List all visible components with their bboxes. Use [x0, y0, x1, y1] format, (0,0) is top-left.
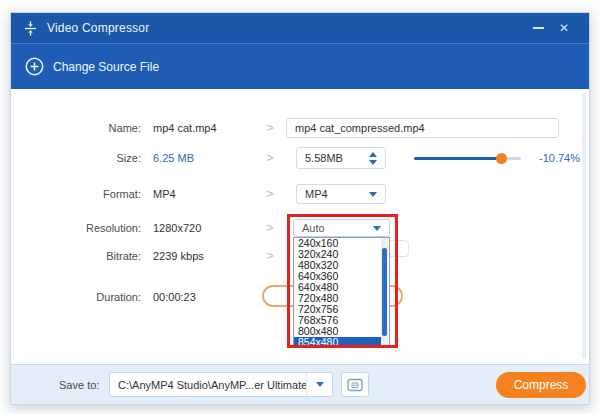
- minimize-button[interactable]: [525, 17, 551, 39]
- size-label: Size:: [11, 148, 141, 168]
- size-row: Size: 6.25 MB > 5.58MB -10.74%: [11, 148, 589, 168]
- duration-label: Duration:: [11, 287, 141, 307]
- chevron-right-icon: >: [266, 184, 274, 203]
- stepper-down-icon[interactable]: [369, 160, 377, 165]
- screenshot-stage: Video Compressor ✕ Change Source File: [0, 0, 600, 414]
- size-target-field[interactable]: 5.58MB: [296, 147, 386, 169]
- chevron-right-icon: >: [266, 246, 274, 265]
- minimize-icon: [533, 27, 544, 29]
- save-path-dropdown-button[interactable]: [306, 373, 332, 396]
- save-path-combo[interactable]: C:\AnyMP4 Studio\AnyMP...er Ultimate\Com…: [109, 372, 333, 397]
- name-row: Name: mp4 cat.mp4 >: [11, 118, 589, 138]
- size-source-value: 6.25 MB: [153, 148, 194, 168]
- save-path-value: C:\AnyMP4 Studio\AnyMP...er Ultimate\Com…: [110, 379, 306, 391]
- close-button[interactable]: ✕: [551, 17, 577, 39]
- size-slider-thumb[interactable]: [496, 153, 507, 164]
- resolution-source-value: 1280x720: [153, 218, 201, 238]
- save-to-label: Save to:: [59, 365, 99, 405]
- chevron-right-icon: >: [266, 118, 274, 137]
- annotation-highlight-box-red: [287, 214, 398, 348]
- name-label: Name:: [11, 118, 141, 138]
- format-select[interactable]: MP4: [296, 184, 386, 204]
- format-label: Format:: [11, 184, 141, 204]
- compress-icon: [23, 21, 38, 36]
- browse-folder-button[interactable]: [341, 372, 369, 397]
- change-source-file-button[interactable]: Change Source File: [25, 57, 159, 76]
- compress-button[interactable]: Compress: [496, 372, 586, 398]
- chevron-right-icon: >: [266, 148, 274, 167]
- size-slider[interactable]: [414, 157, 521, 160]
- format-row: Format: MP4 > MP4: [11, 184, 589, 204]
- titlebar[interactable]: Video Compressor ✕: [11, 13, 589, 43]
- size-stepper[interactable]: [369, 152, 377, 165]
- header-bar: Change Source File: [11, 43, 589, 89]
- stepper-up-icon[interactable]: [369, 152, 377, 157]
- size-target-value: 5.58MB: [305, 152, 369, 164]
- name-input[interactable]: [286, 118, 559, 138]
- resolution-label: Resolution:: [11, 218, 141, 238]
- close-icon: ✕: [559, 21, 569, 35]
- duration-source-value: 00:00:23: [153, 287, 196, 307]
- bitrate-source-value: 2239 kbps: [153, 246, 204, 266]
- format-target-value: MP4: [305, 188, 369, 200]
- video-compressor-window: Video Compressor ✕ Change Source File: [10, 12, 590, 405]
- file-icon: [347, 378, 363, 392]
- change-source-label: Change Source File: [53, 60, 159, 74]
- size-reduction-percent: -10.74%: [539, 148, 580, 168]
- caret-down-icon: [369, 192, 377, 197]
- size-slider-fill: [414, 157, 501, 160]
- plus-circle-icon: [25, 57, 44, 76]
- content-area: Name: mp4 cat.mp4 > Size: 6.25 MB > 5.58…: [11, 89, 589, 366]
- window-title: Video Compressor: [47, 21, 149, 35]
- footer-bar: Save to: C:\AnyMP4 Studio\AnyMP...er Ult…: [11, 364, 589, 404]
- caret-down-icon: [316, 382, 324, 387]
- format-source-value: MP4: [153, 184, 176, 204]
- bitrate-label: Bitrate:: [11, 246, 141, 266]
- chevron-right-icon: >: [266, 218, 274, 237]
- name-source-value: mp4 cat.mp4: [153, 118, 217, 138]
